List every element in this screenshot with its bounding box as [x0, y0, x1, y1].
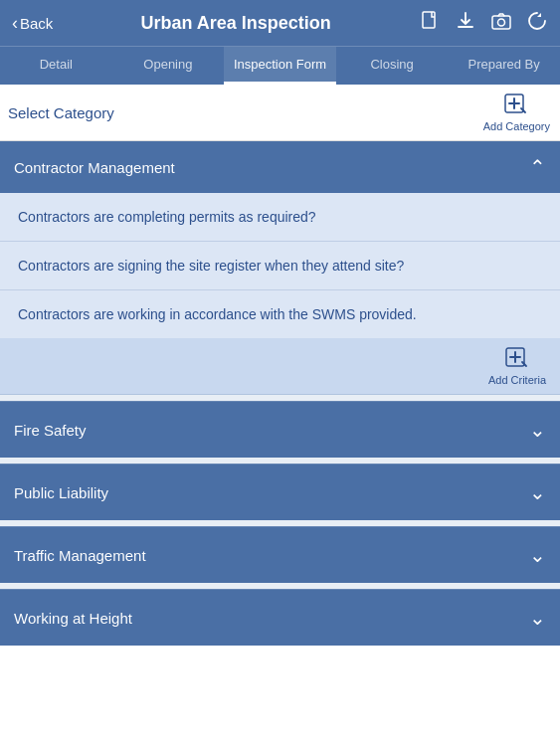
criteria-item[interactable]: Contractors are completing permits as re… [0, 193, 560, 242]
svg-rect-0 [423, 12, 435, 28]
category-traffic-management-label: Traffic Management [14, 547, 146, 564]
criteria-item[interactable]: Contractors are signing the site registe… [0, 242, 560, 290]
criteria-item[interactable]: Contractors are working in accordance wi… [0, 290, 560, 338]
add-category-button[interactable]: Add Category [483, 93, 550, 132]
tab-opening[interactable]: Opening [112, 47, 225, 85]
select-category-label: Select Category [8, 104, 114, 121]
category-fire-safety-label: Fire Safety [14, 422, 87, 439]
download-icon[interactable] [455, 10, 476, 37]
category-contractor-management-header[interactable]: Contractor Management ⌃ [0, 141, 560, 193]
select-category-row: Select Category Add Category [0, 85, 560, 141]
header-icons [419, 10, 548, 37]
category-working-at-height-label: Working at Height [14, 610, 132, 627]
back-chevron-icon: ‹ [12, 13, 18, 34]
header-title: Urban Area Inspection [53, 13, 419, 34]
tab-bar: Detail Opening Inspection Form Closing P… [0, 46, 560, 85]
category-fire-safety-chevron-down-icon: ⌄ [529, 418, 546, 442]
category-public-liability-chevron-down-icon: ⌄ [529, 480, 546, 504]
add-criteria-button[interactable]: Add Criteria [488, 346, 546, 386]
category-public-liability-label: Public Liability [14, 484, 108, 501]
contractor-management-criteria-list: Contractors are completing permits as re… [0, 193, 560, 338]
add-criteria-row: Add Criteria [0, 338, 560, 395]
category-traffic-management-chevron-down-icon: ⌄ [529, 543, 546, 567]
add-criteria-label: Add Criteria [488, 374, 546, 386]
file-icon[interactable] [419, 10, 441, 37]
tab-inspection-form[interactable]: Inspection Form [224, 47, 336, 85]
category-contractor-management: Contractor Management ⌃ Contractors are … [0, 141, 560, 395]
category-contractor-management-label: Contractor Management [14, 159, 175, 176]
add-criteria-plus-icon [504, 346, 530, 374]
category-working-at-height-chevron-down-icon: ⌄ [529, 606, 546, 630]
tab-closing[interactable]: Closing [336, 47, 449, 85]
header: ‹ Back Urban Area Inspection [0, 0, 560, 46]
back-label: Back [20, 15, 53, 32]
add-category-plus-icon [503, 93, 529, 120]
category-contractor-management-chevron-up-icon: ⌃ [529, 155, 546, 179]
back-button[interactable]: ‹ Back [12, 13, 53, 34]
camera-icon[interactable] [490, 10, 512, 37]
category-working-at-height-header[interactable]: Working at Height ⌄ [0, 589, 560, 646]
category-fire-safety-header[interactable]: Fire Safety ⌄ [0, 401, 560, 458]
tab-detail[interactable]: Detail [0, 47, 112, 85]
category-public-liability-header[interactable]: Public Liability ⌄ [0, 464, 560, 520]
add-category-label: Add Category [483, 120, 550, 132]
refresh-icon[interactable] [526, 10, 548, 37]
category-traffic-management-header[interactable]: Traffic Management ⌄ [0, 526, 560, 583]
svg-point-2 [498, 19, 505, 26]
tab-prepared-by[interactable]: Prepared By [448, 47, 560, 85]
svg-rect-1 [492, 16, 510, 29]
